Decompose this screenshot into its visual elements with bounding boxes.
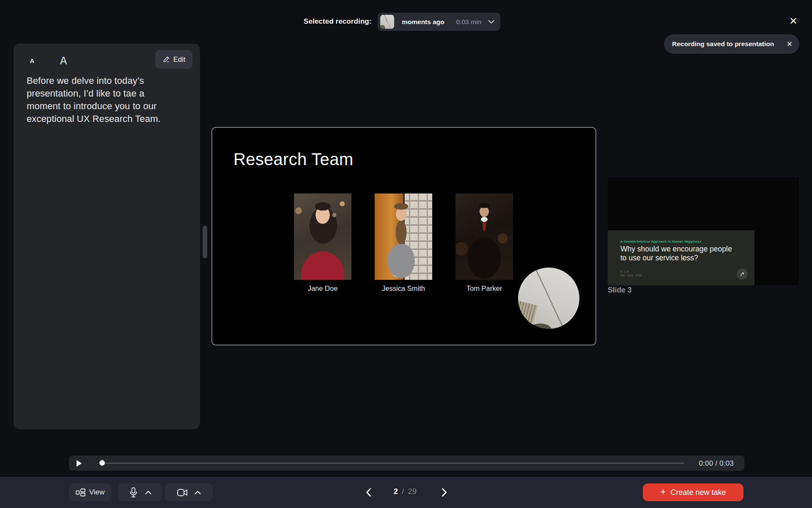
team-member-name: Tom Parker	[455, 284, 513, 293]
chevron-left-icon	[365, 488, 371, 497]
view-button[interactable]: View	[69, 483, 111, 501]
page-total: 29	[408, 487, 417, 496]
previous-slide-button[interactable]	[362, 486, 375, 499]
slide-page-indicator: 2 / 29	[380, 487, 431, 496]
playback-scrubber-knob[interactable]	[99, 460, 105, 466]
teleprompter-panel: A A Edit Before we delve into today’s pr…	[14, 44, 200, 429]
panel-resize-handle[interactable]	[203, 226, 207, 258]
toast-message: Recording saved to presentation	[672, 40, 774, 48]
selected-recording-label: Selected recording:	[304, 17, 372, 26]
toast-close-icon[interactable]: ✕	[787, 40, 793, 49]
plus-icon: +	[661, 487, 666, 497]
share-arrow-button	[737, 268, 748, 279]
playback-bar: 0:00 / 0:03	[69, 456, 744, 471]
view-button-label: View	[89, 488, 105, 497]
team-photo-tom-parker	[455, 193, 513, 280]
next-slide-button[interactable]	[438, 486, 451, 499]
create-new-take-button[interactable]: + Create new take	[643, 483, 743, 501]
arrow-up-right-icon	[740, 272, 745, 276]
camera-button[interactable]	[165, 483, 213, 501]
team-photo-jane-doe	[294, 193, 351, 280]
next-slide-version: V 1.0	[620, 270, 642, 274]
recording-thumbnail	[380, 15, 394, 29]
recording-selector-dropdown[interactable]: moments ago 0:03 min	[378, 13, 500, 31]
edit-script-button[interactable]: Edit	[155, 50, 192, 69]
playback-time: 0:00 / 0:03	[699, 459, 734, 468]
next-slide-meta: V 1.0 Dec 12th 2032	[620, 270, 642, 278]
next-slide-label: Slide 3	[608, 286, 631, 295]
create-take-label: Create new take	[670, 488, 726, 497]
chevron-up-icon[interactable]	[145, 491, 151, 494]
recording-duration: 0:03 min	[456, 18, 481, 26]
next-slide-title: Why should we encourage people to use ou…	[620, 245, 738, 262]
next-slide-eyebrow: A Counterintuitive Approach to Human Hap…	[620, 240, 702, 243]
saved-toast: Recording saved to presentation ✕	[664, 34, 799, 54]
team-photo-jessica-smith	[375, 193, 432, 280]
team-member-card: Jane Doe	[294, 193, 351, 293]
teleprompter-script-text: Before we delve into today’s presentatio…	[27, 75, 176, 125]
page-separator: /	[402, 487, 404, 496]
chevron-right-icon	[442, 488, 447, 497]
close-icon[interactable]: ✕	[785, 13, 802, 30]
edit-button-label: Edit	[173, 55, 185, 64]
slide-title: Research Team	[233, 150, 353, 169]
microphone-button[interactable]	[118, 483, 162, 501]
page-current: 2	[394, 487, 398, 496]
font-size-increase-button[interactable]: A	[54, 51, 73, 70]
playback-scrubber-track[interactable]	[103, 463, 684, 464]
team-member-card: Jessica Smith	[375, 193, 432, 293]
layout-view-icon	[76, 489, 85, 497]
recording-review-screen: Selected recording: moments ago 0:03 min…	[0, 0, 812, 508]
microphone-icon	[129, 487, 138, 498]
webcam-overlay	[518, 268, 579, 329]
camera-icon	[177, 489, 188, 496]
team-member-card: Tom Parker	[455, 193, 513, 293]
team-member-name: Jane Doe	[294, 284, 351, 293]
chevron-up-icon[interactable]	[195, 491, 201, 494]
next-slide-thumbnail[interactable]: A Counterintuitive Approach to Human Hap…	[608, 177, 799, 285]
next-slide-date: Dec 12th 2032	[620, 274, 642, 278]
recording-time-ago: moments ago	[402, 18, 444, 26]
play-button[interactable]	[74, 458, 84, 468]
next-slide-card: A Counterintuitive Approach to Human Hap…	[608, 230, 754, 285]
team-member-name: Jessica Smith	[375, 284, 432, 293]
footer-toolbar: View 2 / 29	[0, 477, 812, 508]
pencil-icon	[162, 55, 170, 63]
font-size-decrease-button[interactable]: A	[23, 51, 41, 70]
chevron-down-icon	[488, 20, 494, 24]
current-slide-preview: Research Team Jane Doe Jessica Smith Tom…	[211, 127, 596, 345]
